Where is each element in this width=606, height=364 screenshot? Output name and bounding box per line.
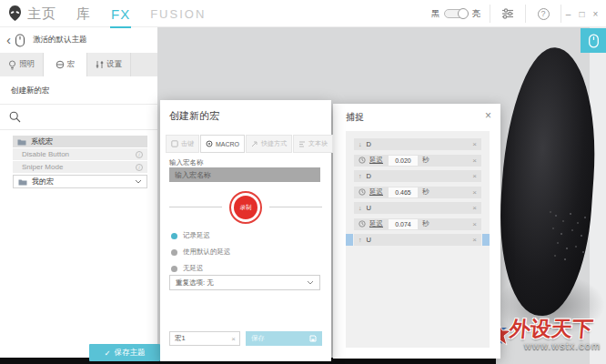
macro-name-field[interactable]: × <box>169 331 240 346</box>
record-button-label: 录制 <box>234 196 258 219</box>
theme-toggle-switch[interactable] <box>444 9 468 18</box>
create-new-macro-link[interactable]: 创建新的宏 <box>0 76 157 105</box>
remove-row-icon[interactable]: × <box>472 172 477 180</box>
delay-label: 延迟 <box>369 187 383 197</box>
divider <box>169 207 222 207</box>
tab-keystroke[interactable]: 击键 <box>166 135 199 153</box>
tab-lighting[interactable]: 照明 <box>0 53 44 76</box>
theme-toggle[interactable]: 黑 亮 <box>422 8 490 20</box>
nav-library[interactable]: 库 <box>76 5 91 23</box>
capture-row-delay[interactable]: 延迟 0.074 秒 × <box>354 218 481 230</box>
key-down-icon: ↓ <box>359 205 362 211</box>
delay-value-field[interactable]: 0.020 <box>389 156 418 166</box>
list-item-label: Disable Button <box>22 150 69 158</box>
save-disk-icon <box>309 335 317 342</box>
key-down-icon: ↓ <box>359 141 362 147</box>
tab-label: MACRO <box>216 141 239 147</box>
list-item-my-macros[interactable]: 我的宏 <box>13 175 147 188</box>
list-item-system-macros[interactable]: 系统宏 <box>13 136 147 147</box>
repeat-options-value: 重复选项: 无 <box>176 278 214 288</box>
save-theme-label: 保存主题 <box>115 348 146 359</box>
radio-icon <box>171 266 177 272</box>
remove-row-icon[interactable]: × <box>472 220 477 228</box>
device-select-button[interactable] <box>581 28 606 53</box>
remove-row-icon[interactable]: × <box>472 204 477 212</box>
delay-value-field[interactable]: 0.465 <box>389 187 418 197</box>
nav-fx[interactable]: FX <box>111 6 130 22</box>
theme-toggle-knob[interactable] <box>458 8 469 19</box>
macro-list: 系统宏 Disable Button i Sniper Mode i 我的宏 <box>0 130 157 188</box>
remove-row-icon[interactable]: × <box>472 236 477 244</box>
minimize-button[interactable]: – <box>561 0 575 27</box>
radio-no-delay[interactable]: 无延迟 <box>171 264 231 273</box>
radio-record-delays[interactable]: 记录延迟 <box>171 231 231 240</box>
info-icon: i <box>136 164 143 171</box>
list-item-label: Sniper Mode <box>22 163 63 171</box>
capture-row-key[interactable]: ↓ U × <box>354 202 481 214</box>
capture-row-key[interactable]: ↓ D × <box>354 138 481 150</box>
selection-bar-right <box>482 234 490 246</box>
divider <box>269 207 322 207</box>
help-icon[interactable]: ? <box>526 0 561 27</box>
list-item-sniper-mode[interactable]: Sniper Mode i <box>13 161 147 173</box>
save-label: 保存 <box>251 334 265 343</box>
list-item-label: 我的宏 <box>32 177 54 187</box>
tab-text-block[interactable]: 文本块 <box>293 135 333 153</box>
save-theme-button[interactable]: ✓ 保存主题 <box>89 344 160 361</box>
tab-shortcut[interactable]: 快捷方式 <box>246 135 292 153</box>
key-up-icon: ↑ <box>359 173 362 179</box>
repeat-options-dropdown[interactable]: 重复选项: 无 <box>169 275 320 290</box>
capture-row-key-selected[interactable]: ↑ U × <box>354 234 481 246</box>
tab-settings[interactable]: 设置 <box>87 53 131 76</box>
record-section: 录制 <box>160 191 331 224</box>
nav-home[interactable]: 主页 <box>27 5 56 23</box>
capture-row-delay[interactable]: 延迟 0.020 秒 × <box>354 155 481 167</box>
maximize-button[interactable]: □ <box>575 0 589 27</box>
delay-unit: 秒 <box>422 219 429 228</box>
delay-label: 延迟 <box>369 219 383 228</box>
main-nav: 主页 库 FX FUSION <box>27 0 206 27</box>
tab-lighting-label: 照明 <box>19 59 35 70</box>
radio-label: 无延迟 <box>183 264 204 273</box>
radio-icon <box>171 233 177 239</box>
back-button[interactable]: ‹ <box>0 32 15 49</box>
shortcut-arrow-icon <box>251 140 258 147</box>
settings-sliders-icon[interactable] <box>490 0 525 27</box>
capture-close-button[interactable]: × <box>485 109 491 122</box>
tab-macro[interactable]: 宏 <box>44 53 87 76</box>
theme-light-label: 亮 <box>472 8 480 20</box>
macro-gear-icon <box>206 140 213 147</box>
tab-macro-record[interactable]: MACRO <box>200 135 245 153</box>
key-name: U <box>367 204 371 212</box>
delay-label: 延迟 <box>369 156 383 165</box>
nav-fusion[interactable]: FUSION <box>150 7 206 21</box>
clear-icon[interactable]: × <box>231 335 239 343</box>
macro-name-label: 输入宏名称 <box>169 158 204 167</box>
record-button[interactable]: 录制 <box>229 191 262 224</box>
text-block-icon <box>298 140 306 147</box>
clock-icon <box>359 220 366 228</box>
list-item-label: 系统宏 <box>31 136 53 147</box>
close-button[interactable]: × <box>589 0 602 27</box>
key-name: U <box>367 236 371 244</box>
tab-settings-label: 设置 <box>106 59 122 70</box>
dialog-footer: × 保存 <box>160 331 331 348</box>
watermark-url: www.wstx.com <box>524 340 601 351</box>
macro-name-value-input[interactable] <box>170 335 223 343</box>
list-item-disable-button[interactable]: Disable Button i <box>13 148 147 160</box>
remove-row-icon[interactable]: × <box>472 140 477 148</box>
remove-row-icon[interactable]: × <box>472 157 477 165</box>
radio-default-delays[interactable]: 使用默认的延迟 <box>171 248 231 257</box>
macro-name-input[interactable] <box>169 167 320 182</box>
delay-value-field[interactable]: 0.074 <box>389 219 418 229</box>
capture-row-delay[interactable]: 延迟 0.465 秒 × <box>354 187 481 198</box>
chevron-down-icon <box>135 179 142 184</box>
macro-icon <box>56 60 65 69</box>
capture-row-key[interactable]: ↑ D × <box>354 170 481 182</box>
search-bar[interactable] <box>0 105 157 130</box>
remove-row-icon[interactable]: × <box>472 188 477 197</box>
dialog-save-button[interactable]: 保存 <box>246 331 322 346</box>
theme-header: ‹ 激活的默认主题 <box>0 27 157 53</box>
active-theme-title: 激活的默认主题 <box>33 35 87 46</box>
delay-unit: 秒 <box>422 156 429 165</box>
